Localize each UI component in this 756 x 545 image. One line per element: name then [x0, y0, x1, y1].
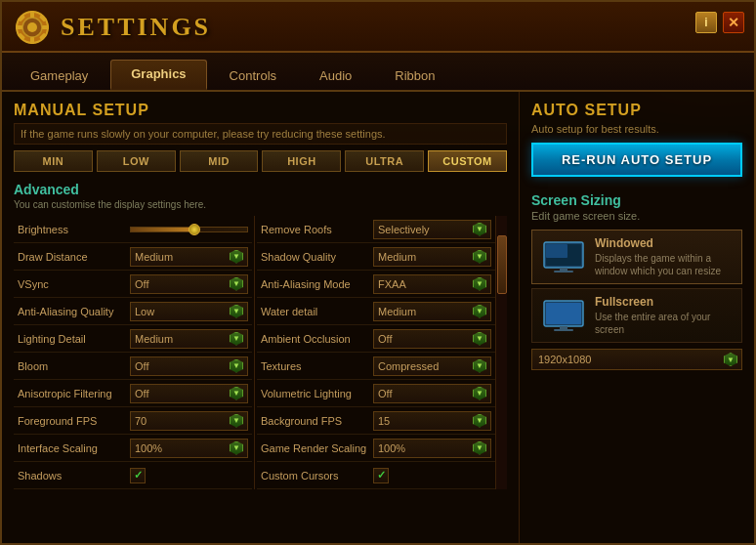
ao-dropdown[interactable]: Off ▼	[373, 329, 491, 349]
left-panel: MANUAL SETUP If the game runs slowly on …	[2, 92, 520, 545]
tab-audio[interactable]: Audio	[299, 62, 372, 90]
svg-rect-15	[554, 271, 573, 272]
fullscreen-description: Use the entire area of your screen	[595, 311, 734, 336]
fullscreen-option[interactable]: Fullscreen Use the entire area of your s…	[531, 288, 742, 343]
interface-scaling-dropdown[interactable]: 100% ▼	[130, 439, 248, 458]
volumetric-lighting-row: Volumetric Lighting Off ▼	[257, 380, 495, 407]
shadows-control	[130, 468, 248, 483]
preset-low-button[interactable]: LOW	[97, 150, 176, 172]
shadow-quality-dropdown[interactable]: Medium ▼	[373, 247, 491, 267]
advanced-header: Advanced	[14, 182, 507, 197]
aniso-arrow: ▼	[230, 387, 243, 400]
resolution-value: 1920x1080	[538, 354, 591, 365]
render-scaling-control: 100% ▼	[373, 439, 491, 458]
vsync-control: Off ▼	[130, 274, 248, 294]
fg-fps-dropdown[interactable]: 70 ▼	[130, 411, 248, 431]
water-detail-value: Medium	[378, 306, 416, 317]
water-detail-label: Water detail	[261, 306, 373, 317]
aniso-label: Anisotropic Filtering	[18, 388, 130, 399]
fullscreen-info: Fullscreen Use the entire area of your s…	[595, 295, 734, 336]
settings-area: Brightness	[14, 216, 495, 489]
svg-rect-19	[554, 329, 573, 331]
bg-fps-dropdown[interactable]: 15 ▼	[373, 411, 491, 431]
volumetric-lighting-value: Off	[378, 388, 392, 399]
window-title: SETTINGS	[61, 13, 211, 42]
preset-ultra-button[interactable]: ULTRA	[345, 150, 424, 172]
bg-fps-row: Background FPS 15 ▼	[257, 407, 495, 435]
interface-scaling-row: Interface Scaling 100% ▼	[14, 435, 252, 462]
svg-rect-3	[30, 11, 34, 18]
svg-rect-14	[560, 268, 567, 271]
tab-ribbon[interactable]: Ribbon	[374, 62, 455, 90]
resolution-dropdown[interactable]: 1920x1080 ▼	[531, 349, 742, 370]
aa-quality-dropdown[interactable]: Low ▼	[130, 302, 248, 321]
vsync-row: VSync Off ▼	[14, 271, 252, 298]
shadows-label: Shadows	[18, 470, 130, 482]
volumetric-lighting-control: Off ▼	[373, 384, 491, 403]
preset-custom-button[interactable]: CUSTOM	[428, 150, 507, 172]
tab-graphics[interactable]: Graphics	[110, 60, 206, 90]
interface-scaling-arrow: ▼	[230, 441, 243, 455]
manual-setup-section: MANUAL SETUP If the game runs slowly on …	[14, 102, 507, 172]
lighting-detail-row: Lighting Detail Medium ▼	[14, 325, 252, 353]
aa-mode-dropdown[interactable]: FXAA ▼	[373, 274, 491, 294]
draw-distance-arrow: ▼	[230, 250, 243, 264]
lighting-detail-dropdown[interactable]: Medium ▼	[130, 329, 248, 349]
render-scaling-dropdown[interactable]: 100% ▼	[373, 439, 491, 458]
preset-min-button[interactable]: MIN	[14, 150, 93, 172]
brightness-track[interactable]	[130, 227, 248, 232]
close-button[interactable]: ✕	[723, 12, 744, 33]
bloom-row: Bloom Off ▼	[14, 353, 252, 380]
textures-dropdown[interactable]: Compressed ▼	[373, 356, 491, 376]
textures-label: Textures	[261, 360, 373, 372]
custom-cursors-label: Custom Cursors	[261, 470, 373, 482]
custom-cursors-row: Custom Cursors	[257, 462, 495, 489]
custom-cursors-checkbox[interactable]	[373, 468, 389, 483]
info-button[interactable]: i	[695, 12, 717, 33]
svg-rect-17	[546, 303, 581, 324]
scroll-thumb[interactable]	[497, 235, 507, 294]
bg-fps-control: 15 ▼	[373, 411, 491, 431]
interface-scaling-value: 100%	[135, 442, 162, 454]
textures-row: Textures Compressed ▼	[257, 353, 495, 380]
scrollbar[interactable]	[495, 216, 507, 489]
brightness-thumb[interactable]	[189, 224, 200, 235]
remove-roofs-dropdown[interactable]: Selectively ▼	[373, 220, 491, 239]
aniso-dropdown[interactable]: Off ▼	[130, 384, 248, 403]
bloom-dropdown[interactable]: Off ▼	[130, 356, 248, 376]
svg-point-2	[27, 22, 37, 32]
settings-columns: Brightness	[14, 216, 495, 489]
ao-row: Ambient Occlusion Off ▼	[257, 325, 495, 353]
aa-quality-row: Anti-Aliasing Quality Low ▼	[14, 298, 252, 325]
column-divider	[254, 216, 255, 489]
lighting-detail-label: Lighting Detail	[18, 333, 130, 345]
water-detail-control: Medium ▼	[373, 302, 491, 321]
shadows-checkbox[interactable]	[130, 468, 146, 483]
remove-roofs-value: Selectively	[378, 224, 430, 235]
bg-fps-label: Background FPS	[261, 415, 373, 427]
resolution-arrow: ▼	[724, 353, 737, 366]
tab-controls[interactable]: Controls	[209, 62, 297, 90]
preset-mid-button[interactable]: MID	[180, 150, 259, 172]
aniso-value: Off	[135, 388, 148, 399]
windowed-info: Windowed Displays the game within a wind…	[595, 236, 734, 277]
svg-rect-13	[546, 244, 567, 258]
draw-distance-value: Medium	[135, 251, 173, 263]
brightness-row: Brightness	[14, 216, 252, 243]
windowed-option[interactable]: Windowed Displays the game within a wind…	[531, 230, 742, 284]
draw-distance-dropdown[interactable]: Medium ▼	[130, 247, 248, 267]
auto-setup-header: AUTO SETUP	[531, 102, 742, 119]
vsync-dropdown[interactable]: Off ▼	[130, 274, 248, 294]
resolution-row: 1920x1080 ▼	[531, 349, 742, 370]
volumetric-lighting-dropdown[interactable]: Off ▼	[373, 384, 491, 403]
tab-gameplay[interactable]: Gameplay	[10, 62, 108, 90]
lighting-detail-arrow: ▼	[230, 332, 243, 346]
rerun-auto-setup-button[interactable]: RE-RUN AUTO SETUP	[531, 143, 742, 177]
water-detail-dropdown[interactable]: Medium ▼	[373, 302, 491, 321]
preset-high-button[interactable]: HIGH	[262, 150, 341, 172]
custom-cursors-control	[373, 468, 491, 483]
title-bar: SETTINGS i ✕	[2, 2, 754, 53]
render-scaling-label: Game Render Scaling	[261, 442, 373, 454]
vsync-label: VSync	[18, 278, 130, 290]
screen-sizing-description: Edit game screen size.	[531, 210, 742, 222]
